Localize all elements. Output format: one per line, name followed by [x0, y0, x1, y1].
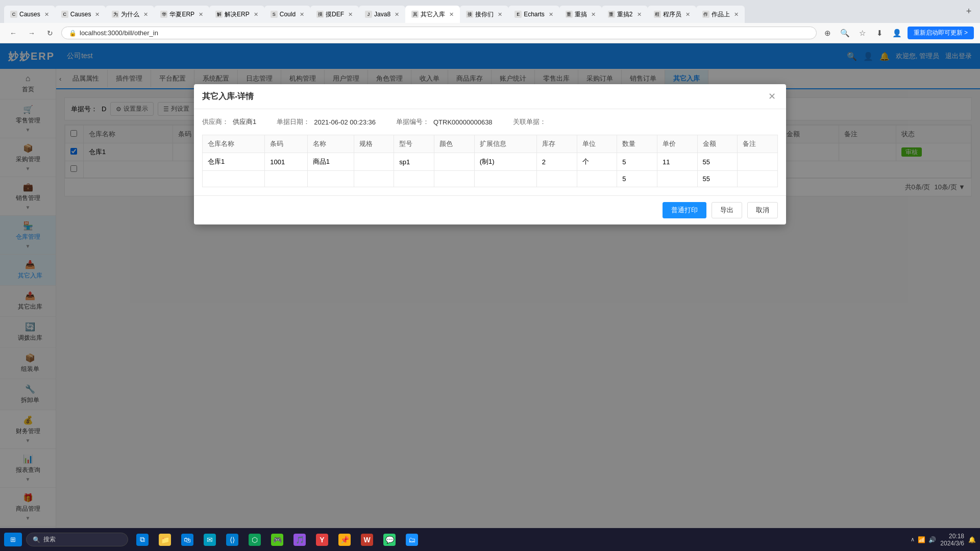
download-icon[interactable]: ⬇ [873, 26, 887, 40]
taskbar-app-sticky[interactable]: 📌 [334, 530, 355, 549]
modal-col-spec: 规格 [354, 135, 394, 153]
new-tab-button[interactable]: + [962, 5, 976, 19]
modal-col-color: 颜色 [434, 135, 474, 153]
taskbar-search[interactable]: 🔍 搜索 [26, 533, 128, 546]
modal-cell-amount-0: 55 [697, 153, 738, 171]
browser-tab-tab1[interactable]: CCauses✕ [4, 6, 55, 23]
windows-icon: ⊞ [10, 536, 16, 543]
taskbar-app-media[interactable]: 🎵 [289, 530, 310, 549]
browser-chrome: CCauses✕CCauses✕为为什么✕华华夏ERP✕解解决ERP✕SCoul… [0, 0, 980, 23]
print-button[interactable]: 普通打印 [663, 202, 706, 218]
taskbar-app-store[interactable]: 🛍 [177, 530, 198, 549]
modal-close-button[interactable]: ✕ [766, 90, 778, 103]
record-no-value: QTRK00000000638 [433, 118, 493, 126]
browser-tab-tab15[interactable]: 作作品上✕ [696, 6, 745, 23]
modal-col-ext: 扩展信息 [474, 135, 536, 153]
related-info: 关联单据： [513, 117, 550, 127]
modal-cell-spec-0 [354, 153, 394, 171]
modal-table-body: 仓库11001商品1sp1(制1)2个51155555 [203, 153, 778, 187]
modal-cell-color-0 [434, 153, 474, 171]
record-no-label: 单据编号： [396, 117, 429, 127]
modal-header: 其它入库-详情 ✕ [194, 84, 786, 109]
taskbar-clock[interactable]: 20:18 2024/3/6 [940, 533, 964, 547]
browser-tab-tab5[interactable]: 解解决ERP✕ [209, 6, 264, 23]
reload-button[interactable]: ↻ [43, 26, 57, 40]
modal-cell-warehouse-1 [203, 171, 265, 187]
browser-tab-tab6[interactable]: SCould✕ [264, 6, 310, 23]
supplier-value: 供应商1 [233, 117, 256, 127]
browser-tab-tab13[interactable]: 重重搞2✕ [602, 6, 648, 23]
modal-cell-price-0: 11 [657, 153, 697, 171]
modal-cell-spec-1 [354, 171, 394, 187]
modal-cell-color-1 [434, 171, 474, 187]
modal-col-unit: 单位 [577, 135, 617, 153]
search-icon[interactable]: 🔍 [838, 26, 852, 40]
taskbar-app-mail[interactable]: ✉ [200, 530, 220, 549]
detail-modal: 其它入库-详情 ✕ 供应商： 供应商1 单据日期： 2021-06-02 00:… [194, 84, 786, 224]
browser-tab-tab11[interactable]: EEcharts✕ [508, 6, 559, 23]
modal-cell-remark-0 [738, 153, 778, 171]
modal-cell-warehouse-0: 仓库1 [203, 153, 265, 171]
address-bar[interactable]: 🔒 localhost:3000/bill/other_in [61, 27, 817, 39]
browser-tab-tab4[interactable]: 华华夏ERP✕ [154, 6, 209, 23]
bookmark-icon[interactable]: ☆ [855, 26, 870, 40]
translate-icon[interactable]: ⊕ [821, 26, 835, 40]
restart-button[interactable]: 重新启动即可更新 > [908, 27, 974, 39]
taskbar-app-edge[interactable]: ⬡ [244, 530, 265, 549]
modal-cell-amount-1: 55 [697, 171, 738, 187]
record-no-info: 单据编号： QTRK00000000638 [396, 117, 493, 127]
modal-col-barcode: 条码 [265, 135, 308, 153]
modal-row-1[interactable]: 555 [203, 171, 778, 187]
address-text: localhost:3000/bill/other_in [80, 29, 158, 37]
modal-footer: 普通打印 导出 取消 [194, 195, 786, 224]
modal-header-row: 仓库名称 条码 名称 规格 型号 颜色 扩展信息 库存 单位 数量 单价 金额 … [203, 135, 778, 153]
cancel-button[interactable]: 取消 [747, 202, 778, 218]
modal-cell-remark-1 [738, 171, 778, 187]
modal-cell-ext_info-1 [474, 171, 536, 187]
modal-table-head: 仓库名称 条码 名称 规格 型号 颜色 扩展信息 库存 单位 数量 单价 金额 … [203, 135, 778, 153]
export-button[interactable]: 导出 [712, 202, 742, 218]
browser-tab-tab2[interactable]: CCauses✕ [55, 6, 106, 23]
modal-col-stock: 库存 [536, 135, 577, 153]
browser-tab-tab9[interactable]: 其其它入库✕ [405, 6, 460, 23]
search-label: 搜索 [43, 535, 56, 544]
modal-cell-model-1 [394, 171, 434, 187]
modal-cell-barcode-0: 1001 [265, 153, 308, 171]
modal-col-amount: 金额 [697, 135, 738, 153]
modal-overlay[interactable]: 其它入库-详情 ✕ 供应商： 供应商1 单据日期： 2021-06-02 00:… [0, 43, 980, 551]
browser-tab-tab8[interactable]: JJava8✕ [359, 6, 405, 23]
taskbar-app-explorer[interactable]: 📁 [155, 530, 175, 549]
browser-tab-tab3[interactable]: 为为什么✕ [106, 6, 154, 23]
date-label: 单据日期： [277, 117, 310, 127]
browser-tabs: CCauses✕CCauses✕为为什么✕华华夏ERP✕解解决ERP✕SCoul… [4, 0, 959, 23]
related-label: 关联单据： [513, 117, 546, 127]
taskbar: ⊞ 🔍 搜索 ⧉ 📁 🛍 ✉ ⟨⟩ ⬡ 🎮 🎵 Y 📌 W 💬 🗂 ∧ 📶 🔊 … [0, 528, 980, 551]
taskbar-app-weixin[interactable]: 💬 [379, 530, 400, 549]
profile-icon[interactable]: 👤 [890, 26, 904, 40]
toolbar-actions: ⊕ 🔍 ☆ ⬇ 👤 重新启动即可更新 > [821, 26, 974, 40]
taskbar-app-youdao[interactable]: Y [312, 530, 332, 549]
search-icon: 🔍 [33, 536, 40, 543]
volume-icon: 🔊 [928, 536, 936, 543]
taskbar-app-wps[interactable]: W [357, 530, 377, 549]
taskbar-app-taskview[interactable]: ⧉ [132, 530, 153, 549]
browser-tab-tab14[interactable]: 程程序员✕ [648, 6, 696, 23]
modal-cell-stock-0: 2 [536, 153, 577, 171]
taskbar-app-files[interactable]: 🗂 [402, 530, 422, 549]
modal-title: 其它入库-详情 [202, 91, 254, 102]
taskbar-app-game[interactable]: 🎮 [267, 530, 287, 549]
modal-col-remark: 备注 [738, 135, 778, 153]
forward-button[interactable]: → [24, 26, 39, 40]
start-button[interactable]: ⊞ [4, 533, 22, 546]
taskbar-app-vscode[interactable]: ⟨⟩ [222, 530, 242, 549]
notification-icon[interactable]: 🔔 [968, 536, 976, 543]
browser-tab-tab10[interactable]: 接接你们✕ [460, 6, 508, 23]
modal-cell-name-0: 商品1 [307, 153, 354, 171]
browser-tab-tab12[interactable]: 重重搞✕ [559, 6, 602, 23]
browser-tab-tab7[interactable]: 摸摸DEF✕ [310, 6, 359, 23]
modal-row-0[interactable]: 仓库11001商品1sp1(制1)2个51155 [203, 153, 778, 171]
modal-info-row: 供应商： 供应商1 单据日期： 2021-06-02 00:23:36 单据编号… [202, 117, 778, 127]
modal-cell-unit-1 [577, 171, 617, 187]
modal-cell-qty-0: 5 [617, 153, 657, 171]
back-button[interactable]: ← [6, 26, 20, 40]
